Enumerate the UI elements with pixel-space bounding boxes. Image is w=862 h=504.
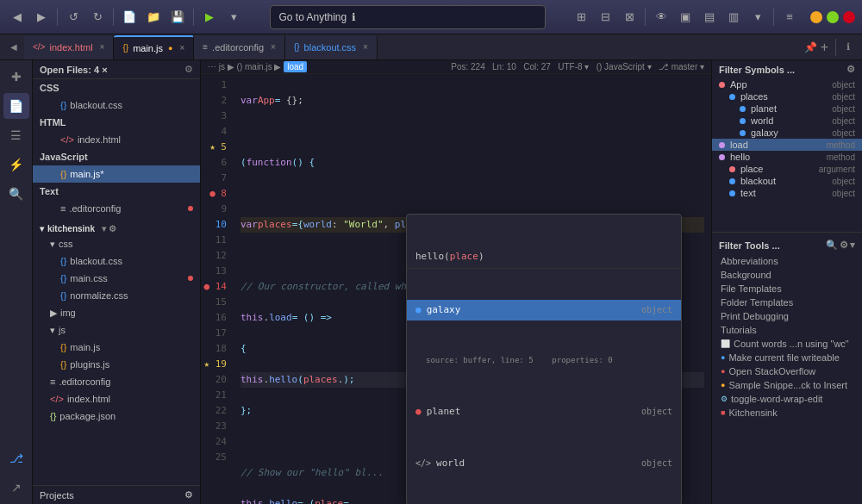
tab-main-js[interactable]: {} main.js ● × (114, 35, 194, 59)
tree-item-blackout-css-open[interactable]: {} blackout.css (33, 96, 200, 114)
tool-background[interactable]: Background (712, 268, 862, 282)
tab-close-main[interactable]: × (179, 43, 184, 53)
filter-tools-settings[interactable]: ⚙ (840, 240, 848, 251)
tab-info-button[interactable]: ℹ (838, 37, 859, 58)
folder-js[interactable]: ▾ js (33, 321, 200, 339)
sym-blackout[interactable]: blackout object (712, 175, 862, 187)
sym-places[interactable]: places object (712, 90, 862, 103)
tool-file-templates[interactable]: File Templates (712, 282, 862, 296)
icon-btn-3[interactable]: ⊠ (619, 7, 640, 28)
file-blackout-css[interactable]: {} blackout.css (33, 252, 200, 270)
more-button[interactable]: ▾ (223, 7, 244, 28)
layout-btn-2[interactable]: ▤ (699, 7, 720, 28)
sym-world[interactable]: world object (712, 115, 862, 127)
activity-files[interactable]: 📄 (3, 93, 29, 119)
tool-folder-templates[interactable]: Folder Templates (712, 296, 862, 309)
sym-blackout-dot (729, 178, 735, 184)
tree-item-main-js-open[interactable]: {} main.js* (33, 165, 200, 183)
file-plugins-js[interactable]: {} plugins.js (33, 356, 200, 373)
sym-app[interactable]: App object (712, 78, 862, 90)
icon-btn-2[interactable]: ⊟ (595, 7, 615, 28)
undo-button[interactable]: ↺ (63, 7, 84, 28)
tool-sample-snippet[interactable]: ● Sample Snippe...ck to Insert (712, 378, 862, 392)
sym-load[interactable]: load method (712, 139, 862, 151)
tool-word-wrap[interactable]: ⚙ toggle-word-wrap-edit (712, 392, 862, 406)
autocomplete-item-planet[interactable]: ● planet object (407, 401, 681, 422)
tree-section-css[interactable]: CSS (33, 79, 200, 96)
activity-search[interactable]: 🔍 (3, 181, 29, 207)
tab-blackout-css[interactable]: {} blackout.css × (285, 35, 378, 59)
activity-add[interactable]: ✚ (3, 64, 29, 90)
file-index-html[interactable]: </> index.html (33, 390, 200, 408)
tab-index-html[interactable]: </> index.html × (24, 35, 114, 59)
folder-css[interactable]: ▾ css (33, 235, 200, 252)
sym-text[interactable]: text object (712, 187, 862, 199)
project-settings[interactable]: ▾ ⚙ (102, 224, 116, 233)
tab-nav-back[interactable]: ◀ (3, 37, 24, 58)
tab-add-icon[interactable]: + (821, 40, 828, 55)
preview-button[interactable]: 👁 (651, 7, 671, 28)
maximize-button[interactable] (827, 11, 839, 23)
forward-button[interactable]: ▶ (31, 7, 52, 28)
file-editorconfig[interactable]: ≡ .editorconfig (33, 373, 200, 390)
tool-abbreviations[interactable]: Abbreviations (712, 254, 862, 268)
autocomplete-item-galaxy[interactable]: ● galaxy object (407, 300, 681, 320)
tool-stackoverflow[interactable]: ● Open StackOverflow (712, 364, 862, 378)
app: ◀ ▶ ↺ ↻ 📄 📁 💾 ▶ ▾ Go to Anything ℹ ⊞ ⊟ ⊠… (0, 0, 862, 504)
filter-tools-search[interactable]: 🔍 (826, 240, 838, 251)
open-folder-button[interactable]: 📁 (143, 7, 164, 28)
icon-btn-1[interactable]: ⊞ (571, 7, 591, 28)
sample-snippet-label: Sample Snippe...ck to Insert (728, 380, 847, 390)
tab-close-blackout[interactable]: × (363, 42, 368, 52)
autocomplete-popup[interactable]: hello(place) ● galaxy object source: buf… (406, 214, 682, 504)
autocomplete-item-world[interactable]: </> world object (407, 453, 681, 474)
tool-kitchensink[interactable]: ■ Kitchensink (712, 406, 862, 420)
project-header[interactable]: ▾ kitchensink ▾ ⚙ (33, 222, 200, 235)
activity-git[interactable]: ⎇ (3, 445, 29, 471)
world-type: object (641, 456, 672, 471)
save-button[interactable]: 💾 (167, 7, 188, 28)
activity-menu[interactable]: ☰ (3, 122, 29, 148)
symbols-settings[interactable]: ⚙ (846, 64, 855, 75)
sym-planet[interactable]: planet object (712, 103, 862, 115)
activity-run[interactable]: ⚡ (3, 152, 29, 177)
tab-editorconfig[interactable]: ≡ .editorconfig × (194, 35, 285, 59)
close-button[interactable] (843, 11, 855, 23)
projects-settings-icon[interactable]: ⚙ (184, 489, 193, 501)
folder-img[interactable]: ▶ img (33, 304, 200, 321)
code-area[interactable]: var App = {}; (function() { var places =… (234, 74, 711, 504)
tree-section-js[interactable]: JavaScript (33, 148, 200, 165)
layout-more-btn[interactable]: ▾ (747, 7, 768, 28)
tool-tutorials[interactable]: Tutorials (712, 323, 862, 337)
tab-close-index[interactable]: × (100, 42, 105, 52)
run-button[interactable]: ▶ (199, 7, 220, 28)
layout-btn-3[interactable]: ▥ (723, 7, 744, 28)
tree-section-html[interactable]: HTML (33, 114, 200, 131)
file-main-css[interactable]: {} main.css (33, 270, 200, 287)
tree-item-editorconfig-open[interactable]: ≡ .editorconfig (33, 200, 200, 217)
file-panel-settings[interactable]: ⚙ (184, 64, 193, 75)
tab-pin-icon[interactable]: 📌 (804, 41, 817, 53)
sym-galaxy[interactable]: galaxy object (712, 127, 862, 139)
filter-tools-more[interactable]: ▾ (850, 240, 855, 251)
tree-item-index-html-open[interactable]: </> index.html (33, 131, 200, 148)
projects-footer[interactable]: Projects ⚙ (33, 485, 200, 504)
redo-button[interactable]: ↻ (87, 7, 108, 28)
activity-share[interactable]: ↗ (3, 475, 29, 501)
minimize-button[interactable] (810, 11, 822, 23)
menu-button[interactable]: ≡ (779, 7, 800, 28)
tab-close-editorconfig[interactable]: × (271, 42, 276, 52)
tool-print-debugging[interactable]: Print Debugging (712, 309, 862, 323)
file-normalize-css[interactable]: {} normalize.css (33, 287, 200, 304)
layout-btn-1[interactable]: ▣ (675, 7, 696, 28)
back-button[interactable]: ◀ (7, 7, 28, 28)
sym-place[interactable]: place argument (712, 163, 862, 175)
tree-section-text[interactable]: Text (33, 183, 200, 200)
file-package-json[interactable]: {} package.json (33, 408, 200, 425)
tool-count-words[interactable]: ⬜ Count words ...n using "wc" (712, 337, 862, 351)
file-main-js[interactable]: {} main.js (33, 339, 200, 356)
sym-hello[interactable]: hello method (712, 151, 862, 163)
new-file-button[interactable]: 📄 (119, 7, 140, 28)
tool-make-writeable[interactable]: ● Make current file writeable (712, 351, 862, 364)
goto-search-bar[interactable]: Go to Anything ℹ (270, 5, 546, 29)
